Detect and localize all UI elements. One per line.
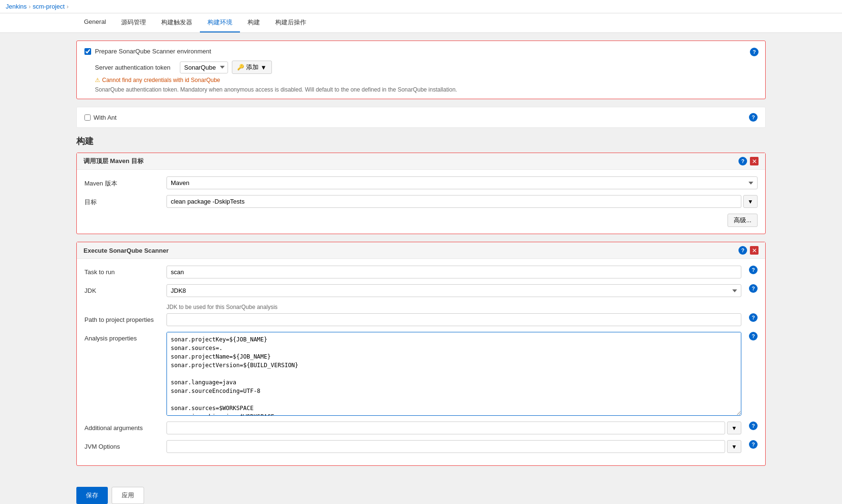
- path-row: Path to project properties ?: [84, 313, 758, 326]
- maven-help-icon[interactable]: ?: [738, 157, 747, 165]
- save-button[interactable]: 保存: [76, 487, 108, 504]
- token-label: Server authentication token: [95, 64, 176, 71]
- breadcrumb-project[interactable]: scm-project: [32, 3, 64, 10]
- additional-dropdown-btn[interactable]: ▼: [727, 422, 741, 434]
- breadcrumb-jenkins[interactable]: Jenkins: [6, 3, 27, 10]
- analysis-textarea[interactable]: sonar.projectKey=${JOB_NAME} sonar.sourc…: [166, 332, 741, 416]
- maven-target-label: 目标: [84, 195, 161, 206]
- additional-row: Additional arguments ▼ ?: [84, 422, 758, 434]
- sonar-scanner-close-button[interactable]: ✕: [750, 246, 759, 255]
- jvm-label: JVM Options: [84, 440, 161, 450]
- tab-triggers[interactable]: 构建触发器: [154, 13, 200, 32]
- task-row: Task to run ?: [84, 266, 758, 278]
- tab-build[interactable]: 构建: [240, 13, 268, 32]
- sonar-env-label: Prepare SonarQube Scanner environment: [95, 48, 211, 55]
- add-dropdown-arrow: ▼: [260, 64, 267, 71]
- sonar-env-section: Prepare SonarQube Scanner environment ? …: [76, 41, 766, 99]
- with-ant-checkbox[interactable]: [84, 114, 91, 121]
- maven-block-body: Maven 版本 Maven 目标 ▼ 高级...: [77, 170, 765, 234]
- tab-build-env[interactable]: 构建环境: [200, 13, 240, 32]
- path-help-icon[interactable]: ?: [749, 313, 758, 322]
- maven-target-dropdown-btn[interactable]: ▼: [743, 195, 758, 208]
- task-label: Task to run: [84, 266, 161, 276]
- analysis-row: Analysis properties sonar.projectKey=${J…: [84, 332, 758, 416]
- sonar-scanner-header: Execute SonarQube Scanner ? ✕: [77, 242, 765, 259]
- maven-target-row: 目标 ▼: [84, 195, 758, 208]
- jdk-help-icon[interactable]: ?: [749, 284, 758, 293]
- maven-advanced-button[interactable]: 高级...: [728, 214, 758, 227]
- sonar-scanner-title: Execute SonarQube Scanner: [83, 247, 168, 254]
- analysis-help-icon[interactable]: ?: [749, 332, 758, 340]
- analysis-label: Analysis properties: [84, 332, 161, 342]
- jdk-row: JDK JDK8 ?: [84, 284, 758, 297]
- task-help-icon[interactable]: ?: [749, 266, 758, 274]
- maven-target-input-group: ▼: [166, 195, 758, 208]
- credential-error: ⚠ Cannot find any credentials with id So…: [84, 77, 758, 83]
- footer-bar: 保存 应用: [0, 481, 842, 504]
- build-section-heading: 构建: [76, 135, 766, 147]
- task-input[interactable]: [166, 266, 741, 278]
- maven-target-input[interactable]: [166, 195, 741, 208]
- jdk-select[interactable]: JDK8: [166, 284, 741, 297]
- tab-source[interactable]: 源码管理: [114, 13, 154, 32]
- path-label: Path to project properties: [84, 313, 161, 323]
- with-ant-help-icon[interactable]: ?: [749, 113, 758, 122]
- jvm-row: JVM Options ▼ ?: [84, 440, 758, 453]
- maven-version-label: Maven 版本: [84, 176, 161, 188]
- sonar-header: Prepare SonarQube Scanner environment: [84, 48, 758, 55]
- error-text: Cannot find any credentials with id Sona…: [102, 77, 220, 83]
- main-content: Prepare SonarQube Scanner environment ? …: [0, 33, 842, 481]
- maven-close-button[interactable]: ✕: [750, 157, 759, 165]
- additional-input-group: ▼: [166, 422, 741, 434]
- additional-help-icon[interactable]: ?: [749, 422, 758, 430]
- additional-label: Additional arguments: [84, 422, 161, 432]
- with-ant-section: With Ant ?: [76, 107, 766, 128]
- tab-post-build[interactable]: 构建后操作: [268, 13, 314, 32]
- add-btn-label: 添加: [246, 63, 259, 72]
- tab-general[interactable]: General: [76, 13, 114, 32]
- sonar-env-help-icon[interactable]: ?: [750, 48, 759, 56]
- key-icon: 🔑: [237, 64, 244, 71]
- sonar-env-checkbox[interactable]: [84, 48, 91, 55]
- jvm-input[interactable]: [166, 440, 725, 453]
- token-select[interactable]: SonarQube: [180, 62, 228, 73]
- with-ant-label: With Ant: [84, 114, 116, 121]
- jvm-input-group: ▼: [166, 440, 741, 453]
- jvm-dropdown-btn[interactable]: ▼: [727, 440, 741, 453]
- maven-block: 调用顶层 Maven 目标 ? ✕ Maven 版本 Maven 目标 ▼ 高级…: [76, 153, 766, 234]
- maven-version-row: Maven 版本 Maven: [84, 176, 758, 189]
- additional-input[interactable]: [166, 422, 725, 434]
- sonar-hint: SonarQube authentication token. Mandator…: [84, 86, 758, 93]
- jvm-help-icon[interactable]: ?: [749, 440, 758, 449]
- add-credential-button[interactable]: 🔑 添加 ▼: [232, 61, 272, 74]
- maven-block-header: 调用顶层 Maven 目标 ? ✕: [77, 153, 765, 170]
- sonar-scanner-help-icon[interactable]: ?: [738, 246, 747, 255]
- apply-button[interactable]: 应用: [112, 487, 144, 504]
- jdk-label: JDK: [84, 284, 161, 294]
- maven-version-select[interactable]: Maven: [166, 176, 758, 189]
- breadcrumb: Jenkins › scm-project ›: [0, 0, 842, 13]
- path-input[interactable]: [166, 313, 741, 326]
- main-tabs: General 源码管理 构建触发器 构建环境 构建 构建后操作: [0, 13, 842, 33]
- warning-icon: ⚠: [95, 77, 100, 83]
- sonar-scanner-body: Task to run ? JDK JDK8 ? JDK to be used …: [77, 259, 765, 465]
- maven-block-title: 调用顶层 Maven 目标: [83, 157, 144, 165]
- sonar-scanner-block: Execute SonarQube Scanner ? ✕ Task to ru…: [76, 242, 766, 466]
- token-row: Server authentication token SonarQube 🔑 …: [84, 61, 758, 74]
- jdk-hint: JDK to be used for this SonarQube analys…: [84, 303, 758, 313]
